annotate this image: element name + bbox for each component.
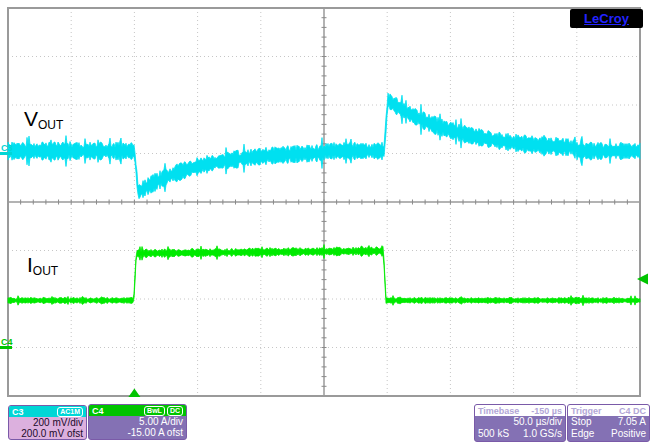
trigger-header: Trigger C4 DC bbox=[568, 405, 649, 416]
channel4-offset: -15.00 A ofst bbox=[89, 427, 186, 438]
channel4-dc-badge: DC bbox=[167, 406, 183, 416]
trigger-level: 7.05 A bbox=[618, 416, 646, 428]
trigger-time-marker[interactable] bbox=[128, 389, 140, 398]
channel3-coupling-badge: AC1M bbox=[57, 407, 83, 417]
waveform-display: C3C4 bbox=[0, 0, 650, 444]
trigger-level-marker[interactable] bbox=[637, 274, 648, 285]
timebase-scale: 50.0 µs/div bbox=[475, 416, 565, 428]
trigger-box[interactable]: Trigger C4 DC Stop 7.05 A Edge Positive bbox=[567, 404, 650, 442]
trigger-title: Trigger bbox=[571, 406, 602, 416]
timebase-title: Timebase bbox=[478, 406, 519, 416]
channel3-descriptor-box[interactable]: C3 AC1M 200 mV/div 200.0 mV ofst bbox=[8, 405, 87, 440]
channel4-bwl-badge: BwL bbox=[144, 406, 165, 416]
vout-annotation: VOUT bbox=[24, 107, 63, 132]
iout-annotation: IOUT bbox=[27, 253, 58, 278]
channel4-descriptor-box[interactable]: C4 BwL DC 5.00 A/div -15.00 A ofst bbox=[88, 404, 187, 440]
trigger-mode: Stop bbox=[571, 416, 592, 428]
channel3-offset: 200.0 mV ofst bbox=[9, 428, 86, 439]
timebase-rate: 1.0 GS/s bbox=[523, 428, 562, 440]
channel4-header: C4 BwL DC bbox=[89, 405, 186, 416]
lecroy-logo-text: LeCroy bbox=[584, 11, 629, 26]
timebase-samples: 500 kS bbox=[478, 428, 509, 440]
trigger-source: C4 DC bbox=[619, 406, 646, 416]
trigger-slope: Positive bbox=[611, 428, 646, 440]
timebase-box[interactable]: Timebase -150 µs 50.0 µs/div 500 kS 1.0 … bbox=[474, 404, 566, 442]
channel4-label: C4 bbox=[92, 406, 104, 416]
c4-zero-label: C4 bbox=[1, 337, 13, 347]
channel4-scale: 5.00 A/div bbox=[89, 416, 186, 427]
channel3-header: C3 AC1M bbox=[9, 406, 86, 417]
trigger-kind: Edge bbox=[571, 428, 594, 440]
channel3-scale: 200 mV/div bbox=[9, 417, 86, 428]
lecroy-logo: LeCroy bbox=[570, 9, 643, 28]
graticule bbox=[8, 8, 640, 396]
channel3-label: C3 bbox=[12, 407, 24, 417]
timebase-delay: -150 µs bbox=[531, 406, 562, 416]
timebase-header: Timebase -150 µs bbox=[475, 405, 565, 416]
c3-zero-label: C3 bbox=[1, 143, 13, 153]
oscilloscope-screen: C3C4 LeCroy VOUT IOUT C3 AC1M 200 mV/div… bbox=[0, 0, 650, 444]
